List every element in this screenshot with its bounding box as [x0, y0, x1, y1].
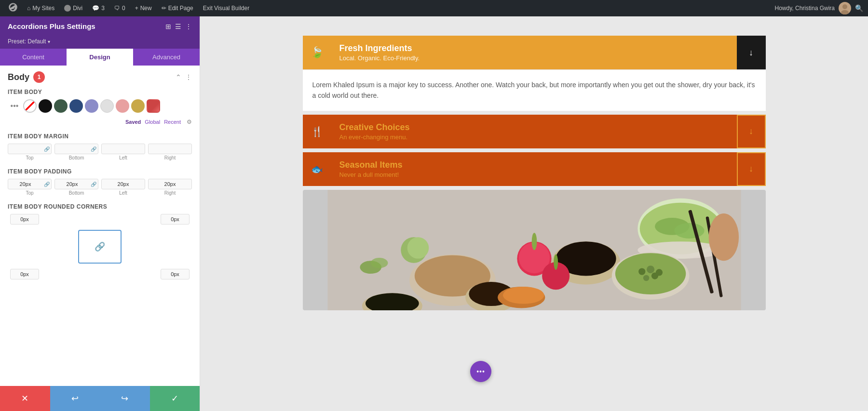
- padding-bottom-label: Bottom: [69, 190, 84, 196]
- new-button[interactable]: + New: [131, 0, 156, 16]
- leaf-icon: 🍃: [311, 46, 324, 59]
- color-swatch-row: •••: [8, 99, 192, 113]
- margin-left-input[interactable]: [102, 144, 145, 154]
- cancel-button[interactable]: ✕: [0, 386, 50, 411]
- corner-preview-box[interactable]: 🔗: [78, 230, 122, 264]
- accordion-title-1: Fresh Ingredients: [339, 43, 729, 53]
- accordion-header-3[interactable]: 🐟 Seasonal Items Never a dull moment! ↓: [303, 152, 766, 186]
- section-badge: 1: [33, 71, 45, 83]
- tab-advanced[interactable]: Advanced: [133, 49, 200, 66]
- undo-button[interactable]: ↩: [50, 386, 100, 411]
- padding-right-input[interactable]: [149, 179, 191, 189]
- more-swatches-button[interactable]: •••: [8, 99, 21, 113]
- home-icon: ⌂: [27, 5, 30, 12]
- accordion-text-1: Fresh Ingredients Local. Organic. Eco-Fr…: [332, 36, 737, 69]
- comment-icon: 💬: [92, 5, 99, 12]
- padding-left-wrap: Left: [101, 179, 145, 196]
- margin-bottom-input[interactable]: [55, 144, 89, 154]
- svg-point-17: [651, 272, 658, 279]
- divi-button[interactable]: Divi: [60, 0, 86, 16]
- swatch-navy[interactable]: [69, 99, 83, 113]
- action-bar: ✕ ↩ ↪ ✓: [0, 386, 200, 411]
- food-image: [303, 190, 766, 310]
- comments2-count-button[interactable]: 🗨 0: [110, 0, 129, 16]
- accordion-toggle-1[interactable]: ↓: [737, 36, 766, 69]
- admin-bar: ⌂ My Sites Divi 💬 3 🗨 0 + New ✏ Edit Pag…: [0, 0, 868, 16]
- plus-icon: +: [135, 5, 138, 12]
- item-body-margin-section: Item Body Margin 🔗 Top 🔗: [8, 133, 192, 160]
- svg-point-37: [370, 258, 388, 268]
- saved-action[interactable]: Saved: [125, 119, 141, 125]
- swatch-light-gray[interactable]: [100, 99, 114, 113]
- corner-bottom-left-input[interactable]: [10, 269, 39, 279]
- preset-selector[interactable]: Preset: Default ▾: [0, 36, 200, 49]
- avatar[interactable]: [839, 2, 851, 14]
- accordion-item-1: 🍃 Fresh Ingredients Local. Organic. Eco-…: [303, 36, 766, 111]
- padding-bottom-input[interactable]: [55, 179, 89, 189]
- accordion-text-2: Creative Choices An ever-changing menu.: [332, 115, 737, 148]
- accordion-toggle-3[interactable]: ↓: [737, 152, 766, 186]
- section-controls: ⌃ ⋮: [176, 73, 192, 81]
- margin-right-input[interactable]: [149, 144, 191, 154]
- recent-action[interactable]: Recent: [164, 119, 181, 125]
- accordion-icon-area-3: 🐟: [303, 152, 332, 186]
- accordion-header-2[interactable]: 🍴 Creative Choices An ever-changing menu…: [303, 115, 766, 148]
- item-body-padding-label: Item Body Padding: [8, 168, 192, 175]
- item-body-rounded-corners-section: Item Body Rounded Corners 🔗: [8, 203, 192, 279]
- tab-design[interactable]: Design: [67, 49, 133, 66]
- padding-top-label: Top: [26, 190, 33, 196]
- swatch-transparent[interactable]: [23, 99, 37, 113]
- corner-bottom-right-input[interactable]: [161, 269, 190, 279]
- my-sites-button[interactable]: ⌂ My Sites: [23, 0, 58, 16]
- svg-point-2: [841, 10, 849, 14]
- section-more-icon[interactable]: ⋮: [185, 73, 192, 81]
- save-button[interactable]: ✓: [150, 386, 200, 411]
- margin-right-input-row: [148, 144, 192, 154]
- padding-left-input[interactable]: [102, 179, 145, 189]
- swatch-lavender[interactable]: [85, 99, 98, 113]
- margin-top-input-row: 🔗: [8, 144, 52, 154]
- margin-bottom-link-icon[interactable]: 🔗: [89, 146, 98, 152]
- layout-icon[interactable]: ☰: [175, 23, 181, 30]
- more-options-icon[interactable]: ⋮: [185, 23, 192, 30]
- main-layout: Accordions Plus Settings ⊞ ☰ ⋮ Preset: D…: [0, 16, 868, 411]
- food-svg: [303, 190, 766, 310]
- corner-top-left-input[interactable]: [10, 214, 39, 225]
- comments-count-button[interactable]: 💬 3: [88, 0, 108, 16]
- padding-bottom-link-icon[interactable]: 🔗: [89, 182, 98, 187]
- svg-point-16: [643, 275, 649, 281]
- swatch-pink[interactable]: [116, 99, 129, 113]
- preset-arrow: ▾: [48, 39, 50, 44]
- search-icon[interactable]: 🔍: [855, 4, 863, 12]
- collapse-icon[interactable]: ⌃: [176, 73, 181, 81]
- accordion-header-1[interactable]: 🍃 Fresh Ingredients Local. Organic. Eco-…: [303, 36, 766, 69]
- global-action[interactable]: Global: [145, 119, 160, 125]
- float-menu-button[interactable]: •••: [470, 361, 491, 382]
- accordion-body-1: Lorem Khaled Ipsum is a major key to suc…: [303, 69, 766, 111]
- swatch-black[interactable]: [39, 99, 52, 113]
- grid-icon[interactable]: ⊞: [165, 23, 171, 30]
- padding-top-input[interactable]: [8, 179, 42, 189]
- swatch-gold[interactable]: [131, 99, 145, 113]
- wp-logo-button[interactable]: [5, 0, 21, 16]
- accordion-toggle-2[interactable]: ↓: [737, 115, 766, 148]
- padding-top-input-row: 🔗: [8, 179, 52, 189]
- margin-link-icon[interactable]: 🔗: [42, 146, 51, 152]
- exit-builder-button[interactable]: Exit Visual Builder: [199, 0, 254, 16]
- swatch-red-brush[interactable]: [147, 99, 160, 113]
- svg-point-12: [615, 253, 685, 294]
- swatch-dark-green[interactable]: [54, 99, 68, 113]
- item-body-label: Item Body: [8, 89, 192, 95]
- tab-content[interactable]: Content: [0, 49, 67, 66]
- margin-top-input[interactable]: [8, 144, 42, 154]
- padding-top-link-icon[interactable]: 🔗: [42, 182, 51, 187]
- svg-point-23: [531, 233, 537, 250]
- svg-point-7: [674, 223, 705, 239]
- corner-top-right-input[interactable]: [161, 214, 190, 225]
- redo-button[interactable]: ↪: [100, 386, 150, 411]
- swatch-settings-icon[interactable]: ⚙: [187, 119, 192, 125]
- edit-page-button[interactable]: ✏ Edit Page: [158, 0, 197, 16]
- admin-bar-right: Howdy, Christina Gwira 🔍: [775, 2, 863, 14]
- body-section-title: Body: [8, 72, 29, 82]
- body-section-header: Body 1 ⌃ ⋮: [8, 71, 192, 83]
